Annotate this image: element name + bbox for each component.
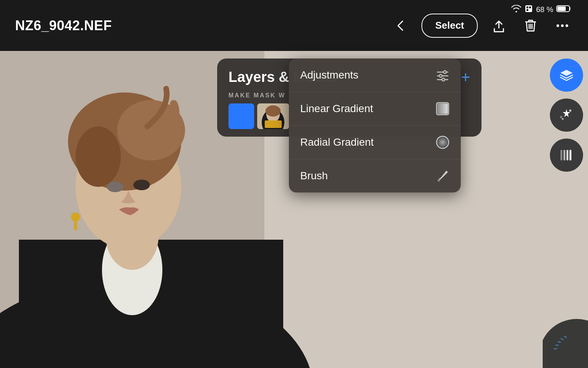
select-button[interactable]: Select <box>421 14 478 38</box>
svg-point-41 <box>265 105 281 117</box>
dropdown-menu: Adjustments Linear Gradient <box>289 59 461 192</box>
more-button[interactable] <box>552 15 573 36</box>
svg-point-27 <box>562 118 563 120</box>
svg-rect-50 <box>437 103 448 114</box>
file-title: NZ6_9042.NEF <box>15 18 112 34</box>
svg-point-46 <box>439 74 442 77</box>
svg-rect-6 <box>557 6 566 11</box>
svg-rect-4 <box>529 9 531 11</box>
svg-point-32 <box>543 319 588 368</box>
back-button[interactable] <box>390 15 411 36</box>
svg-rect-42 <box>265 120 282 128</box>
battery-percent: 68 % <box>536 5 553 14</box>
wifi-icon <box>511 5 522 14</box>
svg-point-8 <box>561 24 564 27</box>
svg-rect-25 <box>74 221 77 230</box>
dropdown-item-adjustments[interactable]: Adjustments <box>289 59 461 92</box>
ai-enhance-button[interactable] <box>550 99 583 132</box>
svg-point-23 <box>107 182 123 192</box>
tone-curve-button[interactable] <box>550 139 583 172</box>
svg-rect-0 <box>525 5 532 12</box>
radial-gradient-icon <box>436 135 449 149</box>
linear-gradient-label: Linear Gradient <box>300 103 373 115</box>
svg-point-22 <box>133 180 150 190</box>
svg-rect-28 <box>560 150 562 160</box>
svg-rect-3 <box>526 9 528 11</box>
layers-add-button[interactable]: + <box>461 69 470 85</box>
radial-gradient-label: Radial Gradient <box>300 136 374 148</box>
right-sidebar <box>545 51 588 368</box>
svg-point-26 <box>569 109 571 112</box>
layer-thumb-photo[interactable] <box>257 103 289 129</box>
dial-control[interactable] <box>543 308 588 368</box>
svg-point-52 <box>438 179 440 182</box>
top-bar: 68 % NZ6_9042.NEF Select <box>0 0 588 51</box>
svg-rect-30 <box>566 150 568 160</box>
svg-rect-1 <box>526 6 528 8</box>
dropdown-item-radial-gradient[interactable]: Radial Gradient <box>289 126 461 159</box>
layer-thumb-blue[interactable] <box>228 103 254 129</box>
svg-rect-2 <box>529 6 531 8</box>
adjustments-icon <box>436 68 449 82</box>
dropdown-item-brush[interactable]: Brush <box>289 159 461 192</box>
svg-point-9 <box>566 24 568 27</box>
svg-point-44 <box>443 71 446 74</box>
svg-point-24 <box>71 212 80 222</box>
make-mask-label: MAKE MASK W <box>228 92 286 99</box>
svg-rect-29 <box>563 150 565 160</box>
top-bar-actions: Select <box>390 14 573 38</box>
adjustments-label: Adjustments <box>300 69 358 81</box>
share-button[interactable] <box>488 15 509 36</box>
svg-point-20 <box>76 126 121 187</box>
layers-button[interactable] <box>550 59 583 92</box>
linear-gradient-icon <box>436 102 449 115</box>
svg-point-7 <box>557 24 559 27</box>
dropdown-item-linear-gradient[interactable]: Linear Gradient <box>289 92 461 126</box>
svg-rect-31 <box>569 150 571 160</box>
storage-icon <box>525 5 533 15</box>
svg-point-48 <box>442 78 445 81</box>
delete-button[interactable] <box>520 15 541 36</box>
brush-icon <box>436 169 449 183</box>
brush-label: Brush <box>300 170 328 182</box>
battery-icon <box>556 5 571 15</box>
svg-point-51 <box>437 136 449 148</box>
